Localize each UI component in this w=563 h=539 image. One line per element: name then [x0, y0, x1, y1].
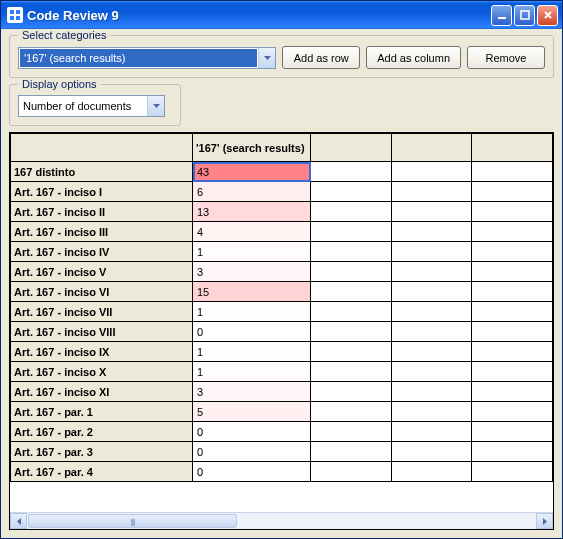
row-header[interactable]: Art. 167 - par. 3	[11, 442, 193, 462]
cell-value[interactable]: 15	[193, 282, 311, 302]
scroll-track[interactable]: ||||	[27, 513, 536, 529]
cell-value[interactable]: 1	[193, 342, 311, 362]
cell-empty	[391, 342, 472, 362]
cell-value[interactable]: 4	[193, 222, 311, 242]
maximize-button[interactable]	[514, 5, 535, 26]
row-header[interactable]: Art. 167 - inciso II	[11, 202, 193, 222]
display-legend: Display options	[18, 78, 101, 90]
cell-empty	[391, 302, 472, 322]
results-table[interactable]: '167' (search results) 167 distinto43Art…	[10, 133, 553, 482]
table-row[interactable]: Art. 167 - inciso XI3	[11, 382, 553, 402]
window-body: Select categories '167' (search results)…	[1, 29, 562, 538]
row-header[interactable]: Art. 167 - inciso VII	[11, 302, 193, 322]
cell-empty	[391, 202, 472, 222]
row-header[interactable]: Art. 167 - inciso VIII	[11, 322, 193, 342]
remove-button[interactable]: Remove	[467, 46, 545, 69]
add-row-button[interactable]: Add as row	[282, 46, 360, 69]
cell-empty	[472, 242, 553, 262]
table-row[interactable]: Art. 167 - inciso I6	[11, 182, 553, 202]
row-header[interactable]: Art. 167 - inciso XI	[11, 382, 193, 402]
cell-empty	[472, 182, 553, 202]
cell-empty	[311, 202, 392, 222]
table-row[interactable]: Art. 167 - inciso IX1	[11, 342, 553, 362]
horizontal-scrollbar[interactable]: ||||	[10, 512, 553, 529]
cell-value[interactable]: 13	[193, 202, 311, 222]
cell-value[interactable]: 0	[193, 462, 311, 482]
row-header[interactable]: 167 distinto	[11, 162, 193, 182]
cell-empty	[472, 282, 553, 302]
cell-empty	[391, 182, 472, 202]
column-header[interactable]: '167' (search results)	[193, 134, 311, 162]
svg-rect-0	[10, 10, 14, 14]
svg-rect-4	[498, 17, 506, 19]
scroll-right-button[interactable]	[536, 513, 553, 529]
table-row[interactable]: 167 distinto43	[11, 162, 553, 182]
cell-value[interactable]: 1	[193, 302, 311, 322]
cell-empty	[391, 242, 472, 262]
chevron-down-icon	[147, 96, 164, 116]
row-header[interactable]: Art. 167 - inciso IV	[11, 242, 193, 262]
table-row[interactable]: Art. 167 - inciso VI15	[11, 282, 553, 302]
cell-value[interactable]: 43	[193, 162, 311, 182]
svg-rect-3	[16, 16, 20, 20]
cell-empty	[472, 402, 553, 422]
cell-empty	[391, 282, 472, 302]
cell-empty	[311, 402, 392, 422]
display-selected: Number of documents	[19, 98, 147, 114]
table-row[interactable]: Art. 167 - inciso V3	[11, 262, 553, 282]
column-header-empty	[472, 134, 553, 162]
categories-legend: Select categories	[18, 29, 110, 41]
cell-value[interactable]: 6	[193, 182, 311, 202]
cell-empty	[472, 362, 553, 382]
display-dropdown[interactable]: Number of documents	[18, 95, 165, 117]
column-header-empty	[311, 134, 392, 162]
table-row[interactable]: Art. 167 - inciso III4	[11, 222, 553, 242]
category-dropdown[interactable]: '167' (search results)	[18, 47, 276, 69]
cell-empty	[391, 402, 472, 422]
cell-empty	[472, 342, 553, 362]
minimize-button[interactable]	[491, 5, 512, 26]
table-row[interactable]: Art. 167 - par. 40	[11, 462, 553, 482]
cell-empty	[472, 202, 553, 222]
svg-rect-2	[10, 16, 14, 20]
cell-empty	[472, 462, 553, 482]
table-row[interactable]: Art. 167 - inciso IV1	[11, 242, 553, 262]
row-header[interactable]: Art. 167 - inciso IX	[11, 342, 193, 362]
display-group: Display options Number of documents	[9, 84, 181, 126]
row-header[interactable]: Art. 167 - inciso V	[11, 262, 193, 282]
scroll-left-button[interactable]	[10, 513, 27, 529]
table-row[interactable]: Art. 167 - inciso VIII0	[11, 322, 553, 342]
cell-empty	[472, 162, 553, 182]
close-button[interactable]	[537, 5, 558, 26]
row-header[interactable]: Art. 167 - par. 4	[11, 462, 193, 482]
cell-value[interactable]: 0	[193, 442, 311, 462]
row-header[interactable]: Art. 167 - par. 1	[11, 402, 193, 422]
row-header[interactable]: Art. 167 - inciso X	[11, 362, 193, 382]
cell-empty	[391, 382, 472, 402]
title-bar[interactable]: Code Review 9	[1, 1, 562, 29]
table-row[interactable]: Art. 167 - inciso VII1	[11, 302, 553, 322]
cell-value[interactable]: 3	[193, 262, 311, 282]
cell-empty	[311, 422, 392, 442]
table-row[interactable]: Art. 167 - par. 20	[11, 422, 553, 442]
scroll-thumb[interactable]: ||||	[28, 514, 237, 528]
row-header[interactable]: Art. 167 - inciso I	[11, 182, 193, 202]
cell-value[interactable]: 1	[193, 242, 311, 262]
cell-value[interactable]: 5	[193, 402, 311, 422]
cell-value[interactable]: 1	[193, 362, 311, 382]
row-header[interactable]: Art. 167 - inciso VI	[11, 282, 193, 302]
add-column-button[interactable]: Add as column	[366, 46, 461, 69]
cell-empty	[391, 222, 472, 242]
chevron-down-icon	[258, 48, 275, 68]
table-row[interactable]: Art. 167 - par. 15	[11, 402, 553, 422]
table-row[interactable]: Art. 167 - inciso X1	[11, 362, 553, 382]
cell-value[interactable]: 3	[193, 382, 311, 402]
cell-empty	[311, 262, 392, 282]
table-row[interactable]: Art. 167 - par. 30	[11, 442, 553, 462]
cell-value[interactable]: 0	[193, 322, 311, 342]
cell-empty	[391, 362, 472, 382]
cell-value[interactable]: 0	[193, 422, 311, 442]
table-row[interactable]: Art. 167 - inciso II13	[11, 202, 553, 222]
row-header[interactable]: Art. 167 - inciso III	[11, 222, 193, 242]
row-header[interactable]: Art. 167 - par. 2	[11, 422, 193, 442]
